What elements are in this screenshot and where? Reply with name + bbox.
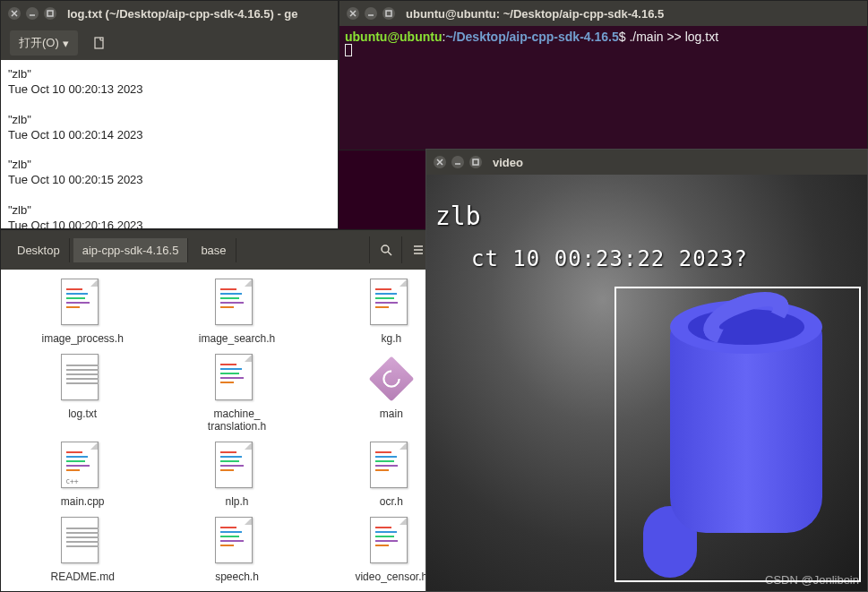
svg-point-3 bbox=[382, 245, 389, 253]
video-window: video zlb ct 10 00:23:22 2023? bbox=[425, 149, 868, 592]
close-icon[interactable] bbox=[434, 156, 446, 168]
file-label: video_censor.h bbox=[355, 571, 427, 583]
maximize-icon[interactable] bbox=[469, 156, 482, 168]
file-item[interactable]: speech.h bbox=[173, 517, 300, 583]
file-label: kg.h bbox=[381, 332, 401, 345]
file-label: ocr.h bbox=[380, 495, 403, 508]
video-title: video bbox=[493, 156, 523, 169]
gedit-window: log.txt (~/Desktop/aip-cpp-sdk-4.16.5) -… bbox=[0, 0, 339, 229]
terminal-command: ./main >> log.txt bbox=[629, 30, 718, 44]
maximize-icon[interactable] bbox=[382, 7, 395, 20]
file-grid: image_process.himage_search.hkg.hlog.txt… bbox=[1, 270, 473, 592]
file-label: nlp.h bbox=[225, 495, 248, 508]
video-titlebar[interactable]: video bbox=[426, 150, 867, 175]
watermark: CSDN @Jenlibein bbox=[765, 573, 859, 587]
file-label: image_process.h bbox=[41, 332, 123, 345]
breadcrumb-base[interactable]: base bbox=[192, 238, 236, 262]
nautilus-nav: Desktop aip-cpp-sdk-4.16.5 base bbox=[1, 230, 473, 270]
file-item[interactable]: log.txt bbox=[19, 354, 146, 433]
video-content: zlb ct 10 00:23:22 2023? bbox=[426, 175, 867, 591]
gedit-titlebar[interactable]: log.txt (~/Desktop/aip-cpp-sdk-4.16.5) -… bbox=[1, 1, 338, 26]
svg-rect-8 bbox=[473, 159, 478, 165]
file-item[interactable]: image_process.h bbox=[19, 279, 146, 345]
file-label: main bbox=[380, 408, 403, 420]
file-label: log.txt bbox=[68, 408, 97, 420]
file-item[interactable]: image_search.h bbox=[173, 279, 300, 345]
file-item[interactable]: nlp.h bbox=[173, 442, 300, 508]
svg-rect-2 bbox=[386, 11, 391, 16]
prompt-user: ubuntu@ubuntu bbox=[345, 30, 443, 44]
nautilus-window: Desktop aip-cpp-sdk-4.16.5 base image_pr… bbox=[0, 229, 474, 592]
gedit-title: log.txt (~/Desktop/aip-cpp-sdk-4.16.5) -… bbox=[67, 7, 298, 21]
breadcrumb-sdk[interactable]: aip-cpp-sdk-4.16.5 bbox=[73, 238, 189, 262]
file-item[interactable]: machine_translation.h bbox=[173, 354, 300, 433]
maximize-icon[interactable] bbox=[44, 7, 56, 20]
terminal-window: ubuntu@ubuntu: ~/Desktop/aip-cpp-sdk-4.1… bbox=[339, 0, 868, 150]
minimize-icon[interactable] bbox=[26, 7, 39, 20]
minimize-icon[interactable] bbox=[451, 156, 464, 168]
minimize-icon[interactable] bbox=[365, 7, 377, 20]
search-button[interactable] bbox=[369, 236, 401, 263]
open-button[interactable]: 打开(O) ▾ bbox=[10, 30, 78, 56]
file-label: machine_translation.h bbox=[208, 408, 266, 433]
terminal-title: ubuntu@ubuntu: ~/Desktop/aip-cpp-sdk-4.1… bbox=[406, 7, 664, 21]
file-label: speech.h bbox=[215, 571, 259, 583]
file-label: README.md bbox=[50, 571, 114, 583]
file-item[interactable]: c++main.cpp bbox=[19, 442, 146, 508]
close-icon[interactable] bbox=[8, 7, 21, 20]
gedit-toolbar: 打开(O) ▾ bbox=[1, 26, 338, 60]
file-label: image_search.h bbox=[199, 332, 275, 345]
chevron-down-icon: ▾ bbox=[63, 37, 69, 50]
terminal-cursor bbox=[345, 44, 352, 56]
svg-rect-0 bbox=[47, 11, 53, 16]
svg-rect-1 bbox=[95, 38, 103, 48]
prompt-path: ~/Desktop/aip-cpp-sdk-4.16.5 bbox=[445, 30, 618, 44]
terminal-titlebar[interactable]: ubuntu@ubuntu: ~/Desktop/aip-cpp-sdk-4.1… bbox=[339, 1, 867, 26]
file-label: main.cpp bbox=[61, 495, 105, 508]
close-icon[interactable] bbox=[347, 7, 359, 20]
terminal-content[interactable]: ubuntu@ubuntu:~/Desktop/aip-cpp-sdk-4.16… bbox=[339, 26, 867, 63]
overlay-name: zlb bbox=[435, 202, 481, 231]
mug-render bbox=[625, 264, 867, 587]
new-document-button[interactable] bbox=[89, 32, 110, 54]
breadcrumb-desktop[interactable]: Desktop bbox=[8, 238, 70, 262]
file-item[interactable]: README.md bbox=[19, 517, 146, 583]
gedit-content[interactable]: "zlb" Tue Oct 10 00:20:13 2023 "zlb" Tue… bbox=[1, 60, 338, 228]
